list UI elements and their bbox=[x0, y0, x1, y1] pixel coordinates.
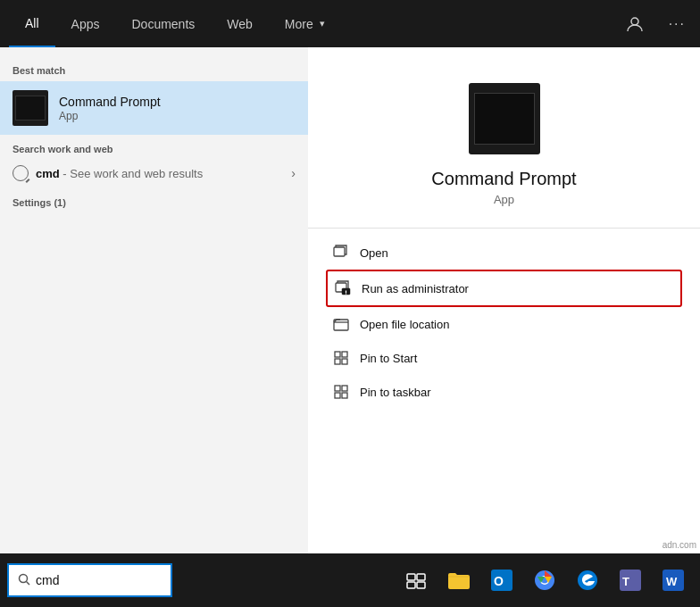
person-icon-button[interactable] bbox=[621, 12, 649, 37]
folder-icon bbox=[447, 570, 471, 590]
cmd-screen-inner bbox=[15, 96, 46, 121]
taskbar-items: O T bbox=[396, 561, 700, 600]
action-list: Open Run as administrator bbox=[308, 236, 700, 409]
best-match-type: App bbox=[59, 110, 161, 122]
file-location-icon bbox=[333, 316, 349, 332]
best-match-label: Best match bbox=[0, 58, 308, 81]
svg-line-15 bbox=[27, 581, 30, 585]
search-desc: - See work and web results bbox=[60, 167, 203, 180]
app-preview-type: App bbox=[494, 193, 514, 206]
search-web-icon bbox=[12, 165, 29, 181]
left-panel: Best match Command Prompt App Search wor… bbox=[0, 47, 308, 553]
nav-tab-more[interactable]: More ▾ bbox=[269, 0, 341, 47]
action-pin-start[interactable]: Pin to Start bbox=[326, 341, 682, 375]
action-run-admin[interactable]: Run as administrator bbox=[326, 270, 682, 307]
watermark: adn.com bbox=[659, 538, 700, 552]
svg-rect-16 bbox=[407, 574, 415, 580]
outlook-icon: O bbox=[491, 570, 512, 591]
cmd-app-icon bbox=[12, 90, 48, 126]
settings-section: Settings (1) bbox=[0, 190, 308, 215]
svg-rect-12 bbox=[335, 393, 340, 398]
svg-point-4 bbox=[346, 293, 346, 294]
svg-point-25 bbox=[578, 570, 597, 590]
svg-rect-1 bbox=[334, 247, 345, 256]
taskbar-search-box[interactable]: cmd bbox=[7, 563, 172, 597]
action-open-label: Open bbox=[360, 246, 388, 260]
top-nav: All Apps Documents Web More ▾ ··· bbox=[0, 0, 700, 47]
best-match-item[interactable]: Command Prompt App bbox=[0, 81, 308, 135]
svg-rect-9 bbox=[342, 359, 347, 364]
svg-rect-11 bbox=[342, 386, 347, 391]
teams-button[interactable]: T bbox=[611, 561, 650, 600]
file-explorer-button[interactable] bbox=[439, 561, 479, 600]
word-icon: W bbox=[662, 570, 684, 591]
svg-point-14 bbox=[20, 574, 28, 582]
settings-label: Settings (1) bbox=[12, 197, 296, 208]
svg-rect-5 bbox=[334, 320, 348, 330]
taskview-button[interactable] bbox=[396, 561, 436, 600]
main-area: Best match Command Prompt App Search wor… bbox=[0, 47, 700, 553]
search-query: cmd bbox=[36, 167, 60, 180]
best-match-name: Command Prompt bbox=[59, 95, 161, 109]
svg-rect-18 bbox=[407, 582, 415, 588]
nav-tab-documents[interactable]: Documents bbox=[115, 0, 211, 47]
divider bbox=[308, 228, 700, 229]
action-pin-start-label: Pin to Start bbox=[360, 352, 417, 365]
pin-taskbar-icon bbox=[333, 384, 349, 400]
right-panel: Command Prompt App Open bbox=[308, 47, 700, 553]
svg-rect-10 bbox=[335, 386, 340, 391]
nav-tab-web[interactable]: Web bbox=[211, 0, 269, 47]
best-match-text: Command Prompt App bbox=[59, 95, 161, 122]
svg-rect-6 bbox=[335, 352, 340, 357]
svg-rect-19 bbox=[417, 582, 425, 588]
shield-icon bbox=[335, 280, 351, 296]
search-web-label: Search work and web bbox=[12, 144, 296, 154]
svg-point-0 bbox=[631, 18, 638, 25]
action-pin-taskbar[interactable]: Pin to taskbar bbox=[326, 375, 682, 409]
open-icon bbox=[333, 245, 349, 261]
taskview-icon bbox=[406, 570, 426, 590]
taskbar: cmd O bbox=[0, 553, 700, 607]
action-pin-taskbar-label: Pin to taskbar bbox=[360, 386, 431, 399]
action-open-location[interactable]: Open file location bbox=[326, 307, 682, 341]
taskbar-search-text: cmd bbox=[36, 573, 59, 587]
svg-rect-17 bbox=[417, 574, 425, 580]
person-icon bbox=[626, 15, 644, 33]
chevron-down-icon: ▾ bbox=[320, 18, 325, 29]
teams-icon: T bbox=[620, 570, 641, 591]
nav-right-icons: ··· bbox=[621, 12, 691, 37]
nav-tab-apps[interactable]: Apps bbox=[55, 0, 116, 47]
outlook-button[interactable]: O bbox=[482, 561, 521, 600]
chrome-button[interactable] bbox=[525, 561, 564, 600]
taskbar-search-icon bbox=[18, 573, 30, 588]
search-web-item[interactable]: cmd - See work and web results › bbox=[12, 160, 296, 187]
ellipsis-icon: ··· bbox=[669, 16, 686, 32]
pin-start-icon bbox=[333, 350, 349, 366]
svg-rect-13 bbox=[342, 393, 347, 398]
svg-text:T: T bbox=[622, 575, 629, 588]
app-preview-name: Command Prompt bbox=[431, 169, 576, 189]
action-open-location-label: Open file location bbox=[360, 318, 449, 331]
edge-button[interactable] bbox=[568, 561, 607, 600]
svg-text:O: O bbox=[494, 574, 504, 588]
search-web-text: cmd - See work and web results bbox=[36, 167, 203, 180]
action-run-admin-label: Run as administrator bbox=[362, 282, 469, 295]
search-web-section: Search work and web cmd - See work and w… bbox=[0, 135, 308, 190]
more-options-button[interactable]: ··· bbox=[663, 12, 691, 36]
svg-rect-8 bbox=[335, 359, 340, 364]
action-open[interactable]: Open bbox=[326, 236, 682, 270]
nav-tab-all[interactable]: All bbox=[9, 0, 55, 47]
svg-rect-7 bbox=[342, 352, 347, 357]
cmd-preview-screen bbox=[474, 93, 535, 145]
chevron-right-icon: › bbox=[291, 166, 296, 180]
app-preview-icon bbox=[469, 83, 540, 154]
svg-text:W: W bbox=[666, 575, 678, 588]
edge-icon bbox=[577, 570, 598, 591]
word-button[interactable]: W bbox=[654, 561, 693, 600]
chrome-icon bbox=[534, 570, 555, 591]
